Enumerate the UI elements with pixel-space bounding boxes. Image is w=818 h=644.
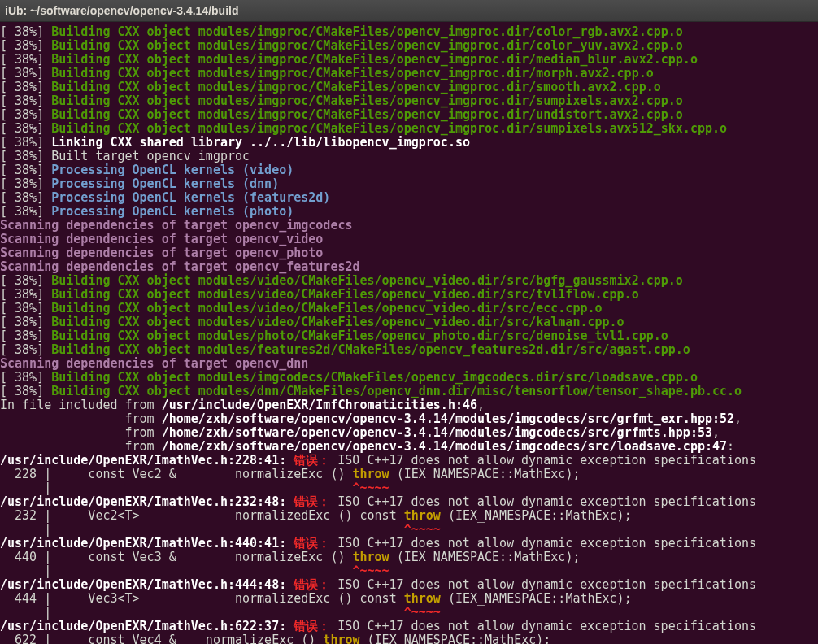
scan-line: Scanning dependencies of target opencv_d… xyxy=(0,357,818,371)
build-line: [ 38%] Building CXX object modules/imgpr… xyxy=(0,122,818,136)
scan-line: Scanning dependencies of target opencv_i… xyxy=(0,219,818,233)
window-titlebar[interactable]: iUb: ~/software/opencv/opencv-3.4.14/bui… xyxy=(0,0,818,22)
error-code: 444 | Vec3<T> normalizedExc () const thr… xyxy=(0,592,818,606)
build-line: [ 38%] Building CXX object modules/imgpr… xyxy=(0,80,818,94)
build-line: [ 38%] Building CXX object modules/imgpr… xyxy=(0,53,818,67)
opencl-line: [ 38%] Processing OpenCL kernels (featur… xyxy=(0,191,818,205)
build-line: [ 38%] Building CXX object modules/imgpr… xyxy=(0,25,818,39)
error-caret: | ^~~~~ xyxy=(0,564,818,578)
include-line: from /home/zxh/software/opencv/opencv-3.… xyxy=(0,440,818,454)
include-line: from /home/zxh/software/opencv/opencv-3.… xyxy=(0,412,818,426)
scan-line: Scanning dependencies of target opencv_f… xyxy=(0,260,818,274)
error-location: /usr/include/OpenEXR/ImathVec.h:232:48: … xyxy=(0,495,818,509)
build-line: [ 38%] Building CXX object modules/video… xyxy=(0,315,818,329)
build-line: [ 38%] Building CXX object modules/photo… xyxy=(0,329,818,343)
build-line: [ 38%] Building CXX object modules/video… xyxy=(0,302,818,315)
terminal-output[interactable]: [ 38%] Building CXX object modules/imgpr… xyxy=(0,22,818,644)
build-line: [ 38%] Building CXX object modules/featu… xyxy=(0,343,818,357)
build-line: [ 38%] Building CXX object modules/imgpr… xyxy=(0,108,818,122)
window-title: iUb: ~/software/opencv/opencv-3.4.14/bui… xyxy=(5,4,238,18)
include-line: In file included from /usr/include/OpenE… xyxy=(0,398,818,412)
error-location: /usr/include/OpenEXR/ImathVec.h:622:37: … xyxy=(0,620,818,633)
error-code: 228 | const Vec2 & normalizeExc () throw… xyxy=(0,468,818,481)
error-location: /usr/include/OpenEXR/ImathVec.h:444:48: … xyxy=(0,578,818,592)
error-location: /usr/include/OpenEXR/ImathVec.h:440:41: … xyxy=(0,537,818,550)
opencl-line: [ 38%] Processing OpenCL kernels (photo) xyxy=(0,205,818,219)
build-line: [ 38%] Building CXX object modules/imgpr… xyxy=(0,94,818,108)
error-caret: | ^~~~~ xyxy=(0,523,818,537)
opencl-line: [ 38%] Processing OpenCL kernels (dnn) xyxy=(0,177,818,191)
scan-line: Scanning dependencies of target opencv_p… xyxy=(0,246,818,260)
error-caret: | ^~~~~ xyxy=(0,606,818,620)
built-line: [ 38%] Built target opencv_imgproc xyxy=(0,150,818,163)
link-line: [ 38%] Linking CXX shared library ../../… xyxy=(0,136,818,150)
build-line: [ 38%] Building CXX object modules/video… xyxy=(0,288,818,302)
opencl-line: [ 38%] Processing OpenCL kernels (video) xyxy=(0,163,818,177)
scan-line: Scanning dependencies of target opencv_v… xyxy=(0,233,818,246)
build-line: [ 38%] Building CXX object modules/imgco… xyxy=(0,371,818,385)
include-line: from /home/zxh/software/opencv/opencv-3.… xyxy=(0,426,818,440)
error-code: 440 | const Vec3 & normalizeExc () throw… xyxy=(0,550,818,564)
build-line: [ 38%] Building CXX object modules/dnn/C… xyxy=(0,385,818,398)
error-caret: | ^~~~~ xyxy=(0,481,818,495)
build-line: [ 38%] Building CXX object modules/imgpr… xyxy=(0,39,818,53)
build-line: [ 38%] Building CXX object modules/imgpr… xyxy=(0,67,818,80)
error-code: 232 | Vec2<T> normalizedExc () const thr… xyxy=(0,509,818,523)
build-line: [ 38%] Building CXX object modules/video… xyxy=(0,274,818,288)
error-location: /usr/include/OpenEXR/ImathVec.h:228:41: … xyxy=(0,454,818,468)
error-code: 622 | const Vec4 & normalizeExc () throw… xyxy=(0,633,818,644)
